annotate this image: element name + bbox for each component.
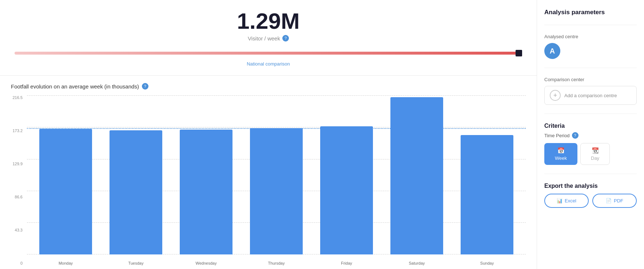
x-axis-label: Sunday (452, 260, 522, 265)
national-comparison-bar (15, 48, 522, 58)
chart-title: Footfall evolution on an average week (i… (11, 83, 526, 90)
x-axis-label: Wednesday (171, 260, 241, 265)
y-axis-label: 216.5 (12, 95, 23, 100)
top-section: 1.29M Visitor / week ? National comparis… (0, 0, 537, 76)
bar-col (241, 95, 311, 254)
chart-container: 043.386.6129.9173.2216.5 MondayTuesdayWe… (11, 95, 526, 265)
comparison-bar-marker (516, 50, 522, 56)
excel-button[interactable]: 📊 Excel (544, 194, 589, 208)
sidebar: Analysis parameters Analysed centre A Co… (537, 0, 644, 269)
export-title: Export the analysis (544, 183, 637, 189)
chart-area: 043.386.6129.9173.2216.5 MondayTuesdayWe… (11, 95, 526, 265)
week-icon: 📅 (557, 147, 565, 154)
y-axis-label: 43.3 (15, 228, 23, 232)
bar[interactable] (390, 97, 443, 254)
x-axis-label: Saturday (382, 260, 452, 265)
x-axis-label: Monday (31, 260, 101, 265)
centre-avatar: A (544, 43, 560, 59)
bar-col (452, 95, 522, 254)
visitor-label: Visitor / week ? (7, 35, 529, 41)
day-button[interactable]: 📆 Day (580, 143, 610, 165)
bar[interactable] (39, 129, 92, 254)
main-content: 1.29M Visitor / week ? National comparis… (0, 0, 537, 269)
week-button[interactable]: 📅 Week (544, 143, 577, 165)
bar-col (311, 95, 382, 254)
chart-section: Footfall evolution on an average week (i… (0, 76, 537, 269)
comparison-center-label: Comparison center (544, 77, 637, 82)
bar-col (31, 95, 101, 254)
bar[interactable] (461, 135, 513, 254)
bars-row (27, 95, 526, 254)
period-buttons: 📅 Week 📆 Day (544, 143, 637, 165)
comparison-center-section: Comparison center + Add a comparison cen… (544, 77, 637, 105)
x-axis-label: Tuesday (101, 260, 171, 265)
y-axis: 043.386.6129.9173.2216.5 (11, 95, 27, 265)
bar[interactable] (180, 130, 232, 254)
excel-icon: 📊 (557, 198, 562, 203)
visitor-help-icon[interactable]: ? (282, 35, 289, 41)
bar[interactable] (320, 126, 373, 254)
pdf-icon: 📄 (606, 198, 612, 203)
x-labels: MondayTuesdayWednesdayThursdayFridaySatu… (27, 260, 526, 265)
criteria-title: Criteria (544, 123, 637, 129)
y-axis-label: 0 (20, 261, 23, 265)
export-buttons: 📊 Excel 📄 PDF (544, 194, 637, 208)
national-comparison-label: National comparison (7, 61, 529, 67)
bar-col (101, 95, 171, 254)
chart-help-icon[interactable]: ? (142, 83, 148, 90)
add-comparison-button[interactable]: + Add a comparison centre (544, 86, 637, 105)
time-period-help-icon[interactable]: ? (572, 132, 579, 139)
y-axis-label: 173.2 (12, 128, 23, 133)
bar[interactable] (250, 128, 303, 254)
export-section: Export the analysis 📊 Excel 📄 PDF (544, 183, 637, 208)
add-icon: + (550, 90, 561, 101)
x-axis-label: Friday (311, 260, 382, 265)
bar-col (171, 95, 241, 254)
x-axis-label: Thursday (241, 260, 311, 265)
bars-wrapper: MondayTuesdayWednesdayThursdayFridaySatu… (27, 95, 526, 265)
day-icon: 📆 (592, 147, 599, 154)
pdf-button[interactable]: 📄 PDF (592, 194, 637, 208)
sidebar-title: Analysis parameters (544, 9, 637, 16)
comparison-bar-fill (15, 52, 522, 55)
y-axis-label: 86.6 (15, 195, 23, 199)
bar[interactable] (110, 130, 162, 254)
big-number: 1.29M (7, 9, 529, 33)
criteria-section: Criteria Time Period ? 📅 Week 📆 Day (544, 123, 637, 165)
bar-col (382, 95, 452, 254)
y-axis-label: 129.9 (12, 162, 23, 166)
analysed-centre-section: Analysed centre A (544, 34, 637, 59)
analysed-centre-label: Analysed centre (544, 34, 637, 39)
time-period-row: Time Period ? (544, 132, 637, 139)
